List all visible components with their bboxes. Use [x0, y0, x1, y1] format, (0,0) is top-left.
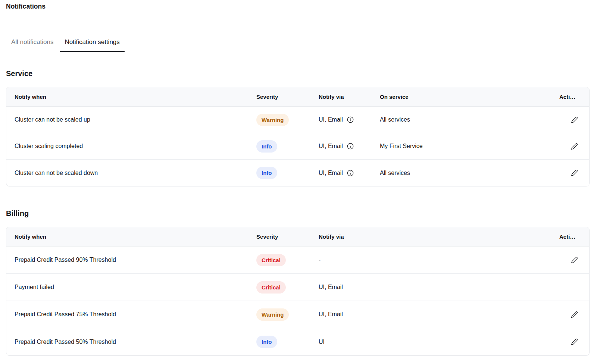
- notify-when-cell: Prepaid Credit Passed 50% Threshold: [15, 339, 256, 345]
- column-header: Notify when: [15, 233, 256, 240]
- info-circle-icon[interactable]: [347, 142, 354, 150]
- severity-badge: Info: [256, 140, 277, 153]
- notify-when-cell: Prepaid Credit Passed 90% Threshold: [15, 257, 256, 263]
- column-header: Actions: [559, 233, 579, 240]
- severity-badge: Warning: [256, 308, 289, 321]
- notify-when-cell: Payment failed: [15, 284, 256, 291]
- notify-via-cell: UI, Email: [319, 311, 559, 318]
- severity-cell: Info: [256, 167, 319, 179]
- notify-via-text: UI, Email: [319, 116, 343, 123]
- column-header: Severity: [256, 233, 319, 240]
- table-row: Cluster can not be scaled downInfoUI, Em…: [6, 160, 589, 186]
- notify-via-cell: UI, Email: [319, 284, 559, 291]
- notify-when-cell: Cluster can not be scaled up: [15, 116, 256, 123]
- notify-via-text: UI, Email: [319, 170, 343, 176]
- table-row: Prepaid Credit Passed 75% ThresholdWarni…: [6, 301, 589, 328]
- notify-via-cell: UI: [319, 339, 559, 345]
- actions-cell: [559, 116, 579, 124]
- table-row: Prepaid Credit Passed 90% ThresholdCriti…: [6, 247, 589, 274]
- column-header: Notify via: [319, 94, 380, 100]
- edit-notification-button[interactable]: [570, 169, 579, 177]
- edit-notification-button[interactable]: [570, 116, 579, 124]
- notification-section: ServiceNotify whenSeverityNotify viaOn s…: [6, 69, 590, 186]
- severity-cell: Warning: [256, 308, 319, 321]
- notify-when-cell: Cluster can not be scaled down: [15, 170, 256, 176]
- severity-cell: Info: [256, 336, 319, 348]
- column-header: Notify when: [15, 94, 256, 100]
- pencil-edit-icon: [571, 338, 578, 345]
- on-service-cell: All services: [380, 170, 559, 176]
- actions-cell: [559, 142, 579, 151]
- notify-via-cell: UI, Email: [319, 142, 380, 150]
- notify-via-text: UI, Email: [319, 143, 343, 150]
- pencil-edit-icon: [571, 257, 578, 264]
- table-header-row: Notify whenSeverityNotify viaOn serviceA…: [6, 87, 589, 107]
- column-header: Actions: [559, 94, 579, 100]
- on-service-cell: All services: [380, 116, 559, 123]
- tab-notification-settings[interactable]: Notification settings: [60, 38, 124, 52]
- severity-badge: Critical: [256, 281, 286, 294]
- table-header-row: Notify whenSeverityNotify viaActions: [6, 227, 589, 247]
- pencil-edit-icon: [571, 311, 578, 318]
- severity-badge: Warning: [256, 114, 289, 126]
- notify-via-text: UI, Email: [319, 284, 343, 291]
- column-header: Notify via: [319, 233, 559, 240]
- column-header: On service: [380, 94, 559, 100]
- edit-notification-button[interactable]: [570, 142, 579, 151]
- severity-cell: Warning: [256, 114, 319, 126]
- sections: ServiceNotify whenSeverityNotify viaOn s…: [0, 52, 597, 356]
- pencil-edit-icon: [571, 169, 578, 176]
- notify-via-text: UI, Email: [319, 311, 343, 318]
- notify-via-cell: UI, Email: [319, 116, 380, 123]
- table-row: Cluster scaling completedInfoUI, EmailMy…: [6, 133, 589, 160]
- tab-all-notifications[interactable]: All notifications: [6, 38, 58, 52]
- table-row: Payment failedCriticalUI, Email: [6, 274, 589, 301]
- notify-via-cell: -: [319, 257, 559, 263]
- edit-notification-button[interactable]: [570, 338, 579, 346]
- table-row: Cluster can not be scaled upWarningUI, E…: [6, 107, 589, 133]
- actions-cell: [559, 256, 579, 264]
- actions-cell: [559, 338, 579, 346]
- notify-via-text: UI: [319, 339, 325, 345]
- severity-badge: Info: [256, 336, 277, 348]
- notification-settings-table: Notify whenSeverityNotify viaOn serviceA…: [6, 87, 590, 186]
- section-heading: Billing: [6, 209, 590, 218]
- info-circle-icon[interactable]: [347, 169, 354, 177]
- severity-badge: Info: [256, 167, 277, 179]
- actions-cell: [559, 169, 579, 177]
- notify-via-text: -: [319, 257, 321, 263]
- column-header: Severity: [256, 94, 319, 100]
- pencil-edit-icon: [571, 116, 578, 123]
- notify-when-cell: Cluster scaling completed: [15, 143, 256, 150]
- pencil-edit-icon: [571, 143, 578, 150]
- page-title: Notifications: [6, 3, 591, 10]
- edit-notification-button[interactable]: [570, 256, 579, 264]
- severity-badge: Critical: [256, 254, 286, 266]
- actions-cell: [559, 310, 579, 319]
- tab-bar: All notifications Notification settings: [0, 20, 597, 52]
- on-service-cell: My First Service: [380, 143, 559, 150]
- section-heading: Service: [6, 69, 590, 78]
- severity-cell: Critical: [256, 281, 319, 294]
- severity-cell: Info: [256, 140, 319, 153]
- notify-when-cell: Prepaid Credit Passed 75% Threshold: [15, 311, 256, 318]
- info-circle-icon[interactable]: [347, 116, 354, 123]
- notify-via-cell: UI, Email: [319, 169, 380, 177]
- edit-notification-button[interactable]: [570, 310, 579, 319]
- table-row: Prepaid Credit Passed 50% ThresholdInfoU…: [6, 328, 589, 355]
- notification-section: BillingNotify whenSeverityNotify viaActi…: [6, 209, 590, 356]
- notification-settings-table: Notify whenSeverityNotify viaActionsPrep…: [6, 227, 590, 356]
- page-header: Notifications: [0, 0, 597, 20]
- severity-cell: Critical: [256, 254, 319, 266]
